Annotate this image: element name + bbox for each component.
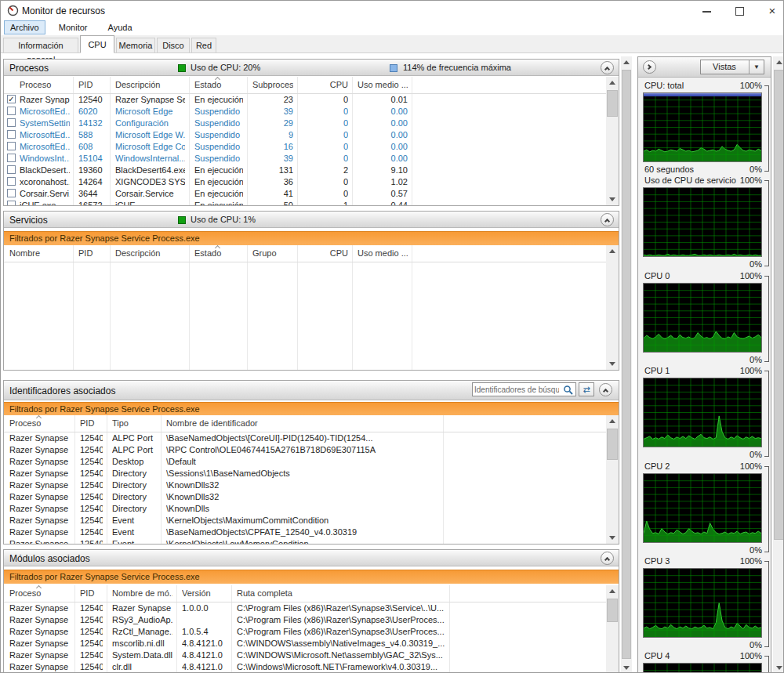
table-row[interactable]: Razer Synapse ...12540RzCtl_Manage...1.0… — [4, 626, 619, 638]
checkbox-unchecked[interactable] — [7, 201, 16, 205]
scroll-down-button[interactable] — [621, 661, 632, 673]
column-header-uso-medio-[interactable]: Uso medio ... — [358, 245, 408, 262]
table-row[interactable]: Razer Synapse ...12540Directory\KnownDll… — [4, 503, 619, 515]
table-row[interactable]: Razer Synapse ...12540Directory\Sessions… — [4, 468, 619, 479]
scroll-up-button[interactable] — [606, 585, 619, 598]
section-scrollbar[interactable] — [606, 245, 619, 370]
table-row[interactable]: Razer Synapse ...12540Event\BaseNamedObj… — [4, 526, 619, 538]
section-scrollbar[interactable] — [606, 585, 619, 673]
column-header-uso-medio-[interactable]: Uso medio ... — [358, 77, 408, 94]
table-row[interactable]: Corsair.Servi...3644Corsair.ServiceEn ej… — [4, 188, 619, 200]
collapse-graphs-panel-button[interactable] — [643, 60, 656, 74]
column-header-descripci-n[interactable]: Descripción — [115, 245, 185, 262]
scrollbar-thumb[interactable] — [774, 70, 784, 540]
table-row[interactable]: ✓Razer Synap...12540Razer Synapse Serv..… — [4, 94, 619, 106]
table-row[interactable]: MicrosoftEd...6020Microsoft EdgeSuspendi… — [4, 106, 619, 118]
scroll-up-button[interactable] — [773, 56, 784, 69]
graphs-panel-scrollbar[interactable] — [773, 56, 784, 673]
handle-search-input[interactable] — [474, 384, 559, 395]
column-header-cpu[interactable]: CPU — [303, 77, 348, 94]
column-header-descripci-n[interactable]: Descripción — [115, 77, 185, 94]
checkbox-unchecked[interactable] — [7, 142, 16, 150]
checkbox-unchecked[interactable] — [7, 107, 16, 115]
tab-cpu[interactable]: CPU — [80, 35, 114, 53]
section-scrollbar[interactable] — [606, 415, 619, 544]
table-row[interactable]: Razer Synapse ...12540Razer Synapse ...1… — [4, 602, 619, 614]
identificadores-section-header[interactable]: Identificadores asociados ⇄ — [4, 381, 619, 400]
checkbox-unchecked[interactable] — [7, 154, 16, 162]
close-button[interactable]: × — [760, 3, 784, 19]
tab-información-general[interactable]: Información general — [3, 38, 78, 52]
table-row[interactable]: Razer Synapse ...12540ALPC Port\BaseName… — [4, 432, 619, 444]
scroll-up-button[interactable] — [606, 245, 619, 258]
column-header-subprocesos[interactable]: Subprocesos — [252, 77, 293, 94]
tab-disco[interactable]: Disco — [157, 38, 190, 52]
table-row[interactable]: Razer Synapse ...12540Directory\KnownDll… — [4, 479, 619, 491]
checkbox-unchecked[interactable] — [7, 118, 16, 127]
table-row[interactable]: Razer Synapse ...12540clr.dll4.8.4121.0C… — [4, 661, 619, 673]
column-header-ruta-completa[interactable]: Ruta completa — [237, 585, 445, 602]
column-header-pid[interactable]: PID — [78, 77, 106, 94]
table-row[interactable]: Razer Synapse ...12540ALPC Port\RPC Cont… — [4, 444, 619, 456]
menu-item-monitor[interactable]: Monitor — [53, 20, 93, 34]
column-header-grupo[interactable]: Grupo — [252, 245, 293, 262]
table-row[interactable]: xcoronahost...14264XIGNCODE3 SYSTEMEn ej… — [4, 176, 619, 188]
table-row[interactable]: Razer Synapse ...12540Event\KernelObject… — [4, 515, 619, 526]
scroll-down-button[interactable] — [606, 357, 619, 370]
views-button[interactable]: Vistas ▼ — [700, 60, 764, 74]
checkbox-unchecked[interactable] — [7, 130, 16, 139]
column-header-pid[interactable]: PID — [80, 585, 103, 602]
tab-memoria[interactable]: Memoria — [116, 38, 155, 52]
scroll-down-button[interactable] — [773, 661, 784, 673]
column-header-cpu[interactable]: CPU — [303, 245, 348, 262]
minimize-button[interactable] — [695, 3, 718, 19]
table-row[interactable]: Razer Synapse ...12540mscorlib.ni.dll4.8… — [4, 638, 619, 649]
collapse-procesos-button[interactable] — [601, 61, 614, 74]
column-header-pid[interactable]: PID — [78, 245, 106, 262]
scroll-up-button[interactable] — [606, 415, 619, 428]
scroll-up-button[interactable] — [621, 56, 632, 69]
column-header-nombre[interactable]: Nombre — [9, 245, 69, 262]
collapse-identificadores-button[interactable] — [599, 383, 612, 396]
menu-item-ayuda[interactable]: Ayuda — [103, 20, 138, 34]
column-header-nombre-de-m-[interactable]: Nombre de mó... — [112, 585, 172, 602]
scrollbar-thumb[interactable] — [622, 70, 631, 659]
table-row[interactable]: MicrosoftEd...588Microsoft Edge W...Susp… — [4, 129, 619, 141]
checkbox-unchecked[interactable] — [7, 165, 16, 174]
column-header-nombre-de-identificador[interactable]: Nombre de identificador — [166, 415, 439, 432]
table-row[interactable]: Razer Synapse ...12540RSy3_AudioAp...C:\… — [4, 614, 619, 626]
scroll-down-button[interactable] — [606, 531, 619, 544]
servicios-section-header[interactable]: Servicios Uso de CPU: 1% — [4, 212, 619, 228]
collapse-modulos-button[interactable] — [601, 552, 614, 565]
scroll-down-button[interactable] — [606, 193, 619, 205]
table-row[interactable]: Razer Synapse ...12540System.Data.dll4.8… — [4, 649, 619, 661]
refresh-search-button[interactable]: ⇄ — [579, 382, 594, 396]
column-header-proceso[interactable]: Proceso — [20, 77, 70, 94]
table-row[interactable]: iCUE.exe16572iCUEEn ejecución5010.44 — [4, 200, 619, 205]
scroll-up-button[interactable] — [606, 77, 619, 89]
modulos-section-header[interactable]: Módulos asociados — [4, 550, 619, 566]
checkbox-unchecked[interactable] — [7, 189, 16, 197]
section-scrollbar[interactable] — [606, 77, 619, 205]
column-header-pid[interactable]: PID — [80, 415, 103, 432]
table-row[interactable]: Razer Synapse ...12540Directory\KnownDll… — [4, 491, 619, 503]
checkbox-checked[interactable]: ✓ — [7, 95, 16, 103]
checkbox-unchecked[interactable] — [7, 177, 16, 186]
table-row[interactable]: Razer Synapse ...12540Event\KernelObject… — [4, 538, 619, 544]
column-header-tipo[interactable]: Tipo — [112, 415, 157, 432]
menu-item-archivo[interactable]: Archivo — [4, 20, 45, 34]
table-row[interactable]: WindowsInt...15104WindowsInternal....Sus… — [4, 153, 619, 165]
collapse-servicios-button[interactable] — [601, 213, 614, 226]
main-pane-scrollbar[interactable] — [621, 56, 632, 673]
scrollbar-thumb[interactable] — [607, 429, 618, 460]
procesos-section-header[interactable]: Procesos Uso de CPU: 20% 114% de frecuen… — [4, 60, 619, 76]
table-row[interactable]: Razer Synapse ...12540Desktop\Default — [4, 456, 619, 468]
scrollbar-thumb[interactable] — [607, 90, 618, 117]
table-row[interactable]: MicrosoftEd...608Microsoft Edge Co...Sus… — [4, 141, 619, 153]
search-icon[interactable] — [563, 385, 574, 396]
column-header-versi-n[interactable]: Versión — [182, 585, 227, 602]
scrollbar-thumb[interactable] — [607, 599, 618, 622]
maximize-button[interactable] — [728, 3, 751, 19]
table-row[interactable]: SystemSettin...14132ConfiguraciónSuspend… — [4, 118, 619, 129]
table-row[interactable]: BlackDesert...19360BlackDesert64.exeEn e… — [4, 165, 619, 176]
